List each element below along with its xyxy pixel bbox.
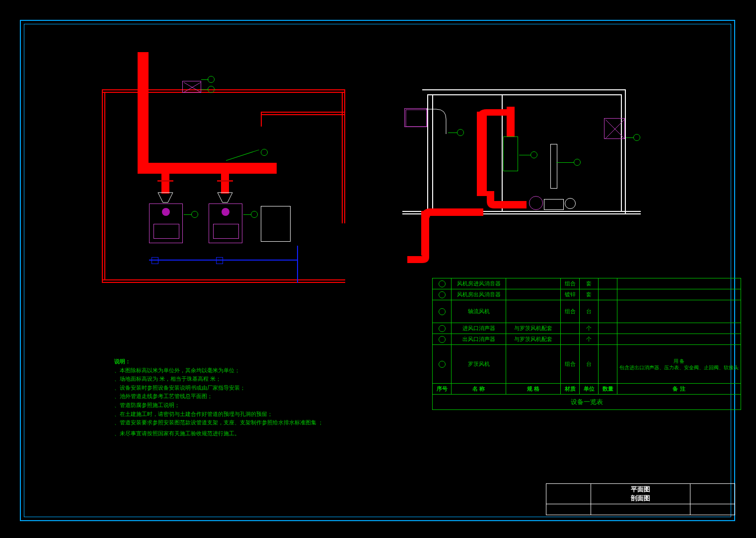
svg-marker-1 [218, 193, 232, 202]
title-block: 平面图 剖面图 [546, 483, 735, 515]
cell-note [617, 278, 741, 289]
notes-heading: 说明： [114, 357, 412, 366]
branch-2 [221, 174, 229, 194]
section-view [402, 79, 641, 268]
callout-circle [457, 129, 464, 136]
cell-note [617, 323, 741, 334]
cell-mat [561, 334, 580, 345]
louver-left [404, 108, 427, 127]
cell-qty [599, 289, 617, 300]
col-header: 备 注 [617, 384, 741, 395]
plan-view [102, 52, 345, 280]
cell-unit: 个 [580, 323, 599, 334]
title-cell-blank [546, 504, 591, 515]
cell-name: 轴流风机 [452, 300, 506, 323]
note-line: 、管道防腐参照施工说明； [114, 401, 412, 410]
title-cell-blank [690, 484, 735, 504]
col-header: 单位 [580, 384, 599, 395]
blue-fitting-1 [151, 257, 158, 264]
note-line: 、本图除标高以米为单位外，其余均以毫米为单位； [114, 366, 412, 375]
col-header: 序号 [433, 384, 452, 395]
cell-note [617, 289, 741, 300]
row-circle [439, 336, 446, 343]
pipe-horizontal [138, 163, 277, 174]
table-row: 出风口消声器 与罗茨风机配套 个 [433, 334, 741, 345]
cell-qty [599, 278, 617, 289]
equipment-table: 风机房进风消音器 组合 套 风机房出风消音器 镀锌 套 轴流风机 组合 台 [432, 278, 741, 410]
reducer-2 [218, 193, 232, 202]
col-header: 材质 [561, 384, 580, 395]
callout-circle [633, 134, 640, 141]
note-line: 、在土建施工时，请密切与土建合作好管道的预埋与孔洞的预留； [114, 410, 412, 419]
roof-top [422, 89, 626, 90]
drawing-title-1: 平面图 [595, 485, 686, 494]
reducer-1 [158, 193, 173, 202]
sec-stack [550, 144, 557, 189]
wall-bottom-inner [102, 279, 345, 280]
callout-circle [191, 211, 198, 218]
callout-circle [251, 211, 258, 218]
table-row: 风机房进风消音器 组合 套 [433, 278, 741, 289]
cell-unit: 台 [580, 345, 599, 384]
callout-circle [530, 151, 537, 158]
col-header: 名 称 [452, 384, 506, 395]
col-header: 规 格 [506, 384, 561, 395]
cell-name: 进风口消声器 [452, 323, 506, 334]
pipe-vertical [138, 52, 149, 166]
cell-spec [506, 300, 561, 323]
cell-unit: 套 [580, 289, 599, 300]
cell-mat: 镀锌 [561, 289, 580, 300]
title-cell-blank [591, 504, 690, 515]
cell-name: 风机房出风消音器 [452, 289, 506, 300]
sec-pipe-v [477, 112, 487, 196]
sec-drop-elbow [407, 252, 429, 267]
cell-spec [506, 278, 561, 289]
cell-spec: 与罗茨风机配套 [506, 323, 561, 334]
note-line: 、管道安装要求参照安装图范款设管道支架，支座、支架制作参照给水排水标准图集 ； [114, 418, 412, 427]
row-circle [439, 291, 446, 298]
cell-unit: 台 [580, 300, 599, 323]
table-header-row: 序号 名 称 规 格 材质 单位 数量 备 注 [433, 384, 741, 395]
cell-qty [599, 323, 617, 334]
row-circle [439, 280, 446, 287]
wall-r [621, 94, 622, 211]
table-row: 罗茨风机 组合 台 用 备 包含进出口消声器、压力表、安全阀、止回阀、软接头 [433, 345, 741, 384]
col-header: 数量 [599, 384, 617, 395]
cell-spec [506, 289, 561, 300]
table-title: 设备一览表 [433, 395, 741, 410]
cell-name: 罗茨风机 [452, 345, 506, 384]
partition-v [261, 112, 262, 127]
svg-rect-4 [406, 110, 427, 127]
table-row: 风机房出风消音器 镀锌 套 [433, 289, 741, 300]
note-line: 、池外管道走线参考工艺管线总平面图； [114, 392, 412, 401]
note-line: 、场地面标高设为 米，相当于珠基高程 米； [114, 375, 412, 384]
table-row: 轴流风机 组合 台 [433, 300, 741, 323]
sec-floor-pipe [421, 206, 483, 221]
partition [261, 112, 345, 113]
wall-left-inner [104, 92, 105, 280]
note-line: 、未尽事宜请按照国家有关施工验收规范进行施工。 [114, 429, 412, 438]
cell-qty [599, 334, 617, 345]
blue-pipe-h [149, 260, 298, 261]
wall-right [344, 89, 345, 223]
blower-2 [209, 203, 242, 243]
cell-name: 出风口消声器 [452, 334, 506, 345]
cell-note: 用 备 包含进出口消声器、压力表、安全阀、止回阀、软接头 [617, 345, 741, 384]
sec-silencer-head [507, 107, 515, 136]
title-cell-blank [546, 484, 591, 504]
roof-bot [427, 94, 621, 95]
table-row: 进风口消声器 与罗茨风机配套 个 [433, 323, 741, 334]
blower-section [529, 191, 579, 211]
notes-block: 说明： 、本图除标高以米为单位外，其余均以毫米为单位； 、场地面标高设为 米，相… [114, 357, 412, 438]
cell-mat: 组合 [561, 345, 580, 384]
blue-fitting-2 [216, 257, 223, 264]
wall-bottom [102, 282, 345, 283]
flange-2 [217, 180, 233, 182]
control-panel [261, 206, 291, 242]
cell-mat: 组合 [561, 300, 580, 323]
callout-circle [261, 149, 268, 156]
damper-top [182, 81, 201, 93]
cell-unit: 个 [580, 334, 599, 345]
drawing-title-2: 剖面图 [595, 494, 686, 503]
cell-qty [599, 345, 617, 384]
